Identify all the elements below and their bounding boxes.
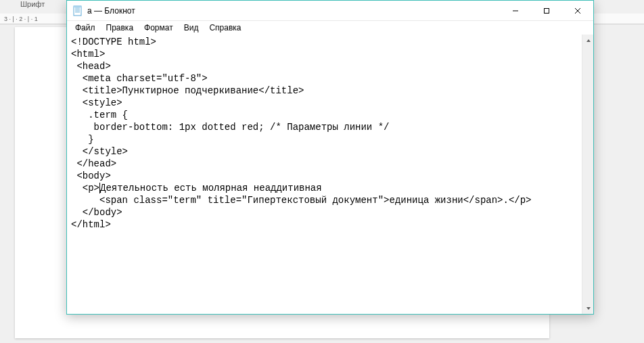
editor-line: <html> bbox=[71, 48, 578, 60]
editor-line: <!DOCTYPE html> bbox=[71, 36, 578, 48]
menu-file[interactable]: Файл bbox=[70, 22, 101, 34]
editor-line: <body> bbox=[71, 170, 578, 182]
menu-edit[interactable]: Правка bbox=[101, 22, 139, 34]
editor-line: <style> bbox=[71, 97, 578, 109]
maximize-button[interactable] bbox=[531, 1, 562, 21]
editor-line: .term { bbox=[71, 109, 578, 121]
editor-line: <head> bbox=[71, 60, 578, 72]
svg-rect-7 bbox=[545, 8, 549, 13]
menubar: Файл Правка Формат Вид Справка bbox=[67, 21, 593, 35]
editor-line: </style> bbox=[71, 145, 578, 158]
window-title: a — Блокнот bbox=[87, 6, 135, 16]
editor-line: </html> bbox=[71, 219, 578, 231]
scroll-up-arrow[interactable] bbox=[582, 35, 594, 46]
editor-wrap: <!DOCTYPE html><html> <head> <meta chars… bbox=[67, 35, 593, 314]
vertical-scrollbar[interactable] bbox=[582, 35, 593, 314]
notepad-icon bbox=[72, 5, 83, 16]
editor-line: } bbox=[71, 133, 578, 145]
close-button[interactable] bbox=[562, 1, 593, 21]
notepad-window: a — Блокнот Файл Правка Формат Вид Справ… bbox=[66, 0, 594, 315]
text-editor[interactable]: <!DOCTYPE html><html> <head> <meta chars… bbox=[67, 35, 582, 314]
editor-line: <span class="term" title="Гипертекстовый… bbox=[71, 194, 578, 206]
text-caret bbox=[99, 183, 100, 193]
minimize-button[interactable] bbox=[500, 1, 531, 21]
editor-line: border-bottom: 1px dotted red; /* Параме… bbox=[71, 121, 578, 133]
editor-line: <p>Деятельность есть молярная неаддитивн… bbox=[71, 182, 578, 194]
editor-line: <title>Пунктирное подчеркивание</title> bbox=[71, 85, 578, 97]
bg-ribbon-label-font: Шрифт bbox=[20, 0, 45, 8]
menu-view[interactable]: Вид bbox=[179, 22, 204, 34]
titlebar[interactable]: a — Блокнот bbox=[67, 1, 593, 21]
scroll-down-arrow[interactable] bbox=[582, 302, 594, 314]
menu-format[interactable]: Формат bbox=[139, 22, 179, 34]
editor-line: </body> bbox=[71, 206, 578, 219]
menu-help[interactable]: Справка bbox=[204, 22, 246, 34]
svg-rect-5 bbox=[74, 6, 81, 7]
editor-line: <meta charset="utf-8"> bbox=[71, 72, 578, 85]
editor-line: </head> bbox=[71, 158, 578, 170]
